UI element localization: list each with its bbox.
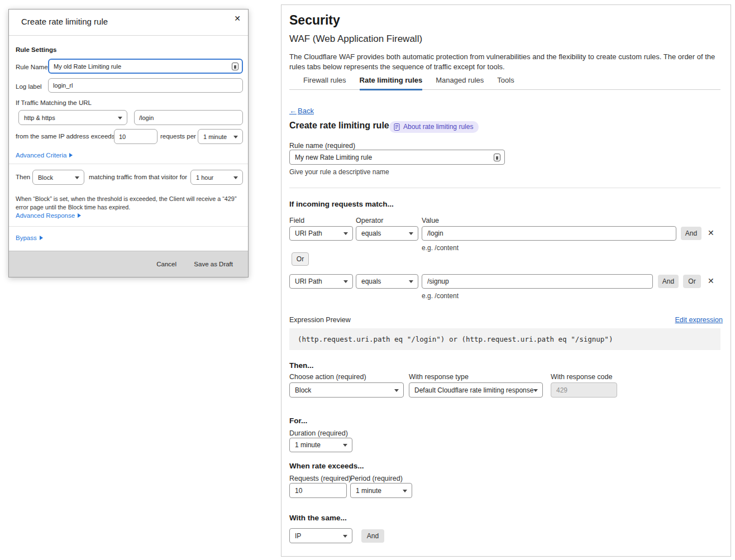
period-label: Period (required) (350, 475, 403, 482)
advanced-criteria-label: Advanced Criteria (16, 152, 66, 159)
expression-preview-label: Expression Preview (289, 316, 351, 324)
waf-tabs: Firewall rules Rate limiting rules Manag… (289, 76, 720, 90)
tab-tools[interactable]: Tools (497, 76, 514, 90)
divider (9, 226, 248, 227)
response-type-label: With response type (409, 373, 469, 381)
operator-select[interactable]: equals (356, 226, 418, 241)
and-button[interactable]: And (658, 275, 679, 288)
value-input[interactable] (422, 226, 676, 241)
and-button[interactable]: And (361, 529, 384, 543)
block-note: When “Block” is set, when the threshold … (16, 195, 240, 212)
rule-name-label: Rule name (required) (289, 142, 355, 150)
save-as-draft-button[interactable]: Save as Draft (194, 251, 233, 277)
log-label-field-wrap (48, 78, 243, 93)
rule-name-input[interactable] (289, 150, 505, 165)
about-rate-limiting-badge[interactable]: About rate limiting rules (389, 121, 479, 133)
block-duration-select[interactable]: 1 hour (190, 170, 243, 185)
requests-field-wrap (289, 483, 347, 498)
page-title: Security (289, 13, 340, 28)
advanced-response-label: Advanced Response (16, 212, 75, 219)
chevron-down-icon (118, 117, 122, 119)
tab-rate-limiting-rules[interactable]: Rate limiting rules (360, 76, 423, 90)
rate-section-title: When rate exceeds... (289, 462, 364, 470)
operator-select[interactable]: equals (356, 274, 418, 289)
log-label-input[interactable] (48, 78, 243, 93)
exceeds-prefix-label: from the same IP address exceeds (16, 133, 115, 140)
characteristic-select[interactable]: IP (289, 528, 352, 543)
doc-icon (394, 123, 400, 131)
field-select-value: URI Path (295, 229, 322, 237)
action-select[interactable]: Block (289, 382, 404, 398)
rule-name-field-wrap (48, 59, 243, 74)
value-hint: e.g. /content (422, 244, 459, 252)
response-code-input (551, 382, 617, 398)
expand-arrow-icon (69, 153, 73, 157)
value-column-label: Value (422, 217, 439, 224)
value-field-wrap (422, 226, 676, 241)
operator-column-label: Operator (356, 217, 383, 224)
block-duration-value: 1 hour (196, 174, 213, 181)
about-badge-label: About rate limiting rules (403, 123, 473, 131)
divider (9, 164, 248, 164)
response-type-value: Default Cloudflare rate limiting respons… (414, 386, 533, 394)
bypass-label: Bypass (16, 234, 37, 241)
period-select[interactable]: 1 minute (198, 129, 243, 144)
field-select[interactable]: URI Path (289, 226, 353, 241)
field-select[interactable]: URI Path (289, 274, 353, 289)
action-select[interactable]: Block (32, 170, 84, 185)
cancel-button[interactable]: Cancel (156, 251, 176, 277)
value-input[interactable] (422, 274, 653, 289)
rule-name-field-wrap (289, 150, 505, 165)
remove-icon[interactable]: ✕ (708, 229, 714, 237)
response-type-select[interactable]: Default Cloudflare rate limiting respons… (409, 382, 543, 398)
chevron-down-icon (343, 444, 347, 447)
requests-input[interactable] (114, 129, 157, 144)
chevron-down-icon (409, 232, 413, 235)
scheme-select[interactable]: http & https (18, 110, 127, 125)
then-section-title: Then... (289, 361, 314, 370)
and-button[interactable]: And (681, 227, 701, 240)
rule-name-helper: Give your rule a descriptive name (289, 168, 389, 176)
create-rate-limiting-rule-modal: Create rate limiting rule ✕ Rule Setting… (8, 9, 249, 277)
field-select-value: URI Path (295, 277, 322, 285)
match-section-title: If incoming requests match... (289, 200, 394, 208)
action-select-value: Block (38, 174, 53, 181)
url-input[interactable] (134, 110, 243, 125)
or-button[interactable]: Or (683, 275, 701, 288)
value-hint: e.g. /content (422, 292, 459, 300)
requests-label: Requests (required) (289, 475, 351, 482)
advanced-criteria-link[interactable]: Advanced Criteria (16, 152, 73, 159)
period-select[interactable]: 1 minute (350, 483, 412, 498)
modal-footer: Cancel Save as Draft (9, 251, 248, 277)
bypass-link[interactable]: Bypass (16, 234, 43, 241)
chevron-down-icon (403, 490, 407, 492)
back-label: Back (298, 107, 314, 115)
chevron-down-icon (409, 280, 413, 283)
rule-settings-heading: Rule Settings (16, 46, 56, 53)
autofill-icon (494, 154, 500, 161)
tab-firewall-rules[interactable]: Firewall rules (303, 76, 346, 90)
scheme-select-value: http & https (24, 114, 55, 121)
requests-input[interactable] (289, 483, 347, 498)
expand-arrow-icon (78, 213, 81, 218)
close-icon[interactable]: ✕ (234, 15, 241, 22)
log-label-label: Log label (16, 83, 42, 90)
for-section-title: For... (289, 417, 307, 425)
divider (289, 188, 720, 188)
tab-managed-rules[interactable]: Managed rules (436, 76, 484, 90)
create-rule-heading: Create rate limiting rule (289, 121, 389, 131)
traffic-match-label: If Traffic Matching the URL (16, 99, 92, 106)
chevron-down-icon (233, 176, 238, 179)
duration-label: Duration (required) (289, 429, 348, 437)
edit-expression-link[interactable]: Edit expression (675, 316, 723, 324)
period-select-value: 1 minute (203, 133, 227, 140)
advanced-response-link[interactable]: Advanced Response (16, 212, 81, 219)
or-button[interactable]: Or (292, 252, 309, 266)
chevron-down-icon (343, 535, 347, 538)
url-field-wrap (134, 110, 243, 125)
duration-select[interactable]: 1 minute (289, 438, 352, 452)
rule-name-label: Rule Name (16, 64, 48, 70)
back-link[interactable]: ← Back (289, 107, 314, 115)
remove-icon[interactable]: ✕ (708, 277, 714, 285)
rule-name-input[interactable] (48, 59, 243, 74)
